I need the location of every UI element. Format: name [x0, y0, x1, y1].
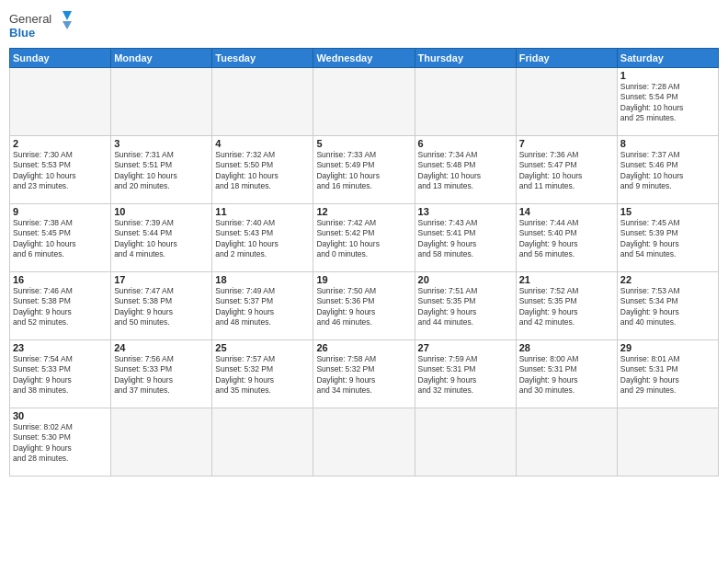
day-number: 29 [620, 342, 715, 353]
day-info: Sunrise: 7:34 AM Sunset: 5:48 PM Dayligh… [418, 150, 513, 192]
day-number: 18 [215, 274, 310, 285]
svg-marker-2 [63, 11, 72, 20]
calendar-cell: 16Sunrise: 7:46 AM Sunset: 5:38 PM Dayli… [10, 272, 111, 340]
day-info: Sunrise: 7:56 AM Sunset: 5:33 PM Dayligh… [114, 354, 209, 396]
header: General Blue [9, 9, 719, 42]
calendar-cell: 25Sunrise: 7:57 AM Sunset: 5:32 PM Dayli… [212, 340, 313, 408]
calendar-cell: 2Sunrise: 7:30 AM Sunset: 5:53 PM Daylig… [10, 136, 111, 204]
day-number: 22 [620, 274, 715, 285]
day-number: 26 [316, 342, 411, 353]
day-info: Sunrise: 7:58 AM Sunset: 5:32 PM Dayligh… [316, 354, 411, 396]
calendar-cell: 18Sunrise: 7:49 AM Sunset: 5:37 PM Dayli… [212, 272, 313, 340]
calendar-cell [313, 68, 415, 136]
calendar-cell: 6Sunrise: 7:34 AM Sunset: 5:48 PM Daylig… [415, 136, 516, 204]
calendar-cell: 22Sunrise: 7:53 AM Sunset: 5:34 PM Dayli… [617, 272, 718, 340]
day-number: 13 [418, 206, 513, 217]
day-number: 10 [114, 206, 209, 217]
calendar-cell [313, 408, 415, 477]
calendar-cell: 11Sunrise: 7:40 AM Sunset: 5:43 PM Dayli… [212, 204, 313, 272]
day-info: Sunrise: 7:57 AM Sunset: 5:32 PM Dayligh… [215, 354, 310, 396]
calendar-cell: 4Sunrise: 7:32 AM Sunset: 5:50 PM Daylig… [212, 136, 313, 204]
logo-svg: General Blue [9, 9, 74, 42]
day-info: Sunrise: 7:45 AM Sunset: 5:39 PM Dayligh… [620, 218, 715, 260]
day-number: 2 [13, 138, 108, 149]
calendar-cell [516, 68, 617, 136]
weekday-header: Wednesday [313, 49, 415, 68]
calendar-cell [415, 408, 516, 477]
weekday-header: Thursday [415, 49, 516, 68]
calendar-week-row: 2Sunrise: 7:30 AM Sunset: 5:53 PM Daylig… [10, 136, 719, 204]
day-number: 5 [316, 138, 411, 149]
svg-text:General: General [9, 12, 51, 26]
day-info: Sunrise: 7:36 AM Sunset: 5:47 PM Dayligh… [519, 150, 614, 192]
day-info: Sunrise: 7:38 AM Sunset: 5:45 PM Dayligh… [13, 218, 108, 260]
calendar-cell: 13Sunrise: 7:43 AM Sunset: 5:41 PM Dayli… [415, 204, 516, 272]
day-info: Sunrise: 7:50 AM Sunset: 5:36 PM Dayligh… [316, 286, 411, 328]
logo: General Blue [9, 9, 74, 42]
calendar-week-row: 23Sunrise: 7:54 AM Sunset: 5:33 PM Dayli… [10, 340, 719, 408]
weekday-header: Monday [111, 49, 212, 68]
day-info: Sunrise: 7:30 AM Sunset: 5:53 PM Dayligh… [13, 150, 108, 192]
calendar-cell [111, 408, 212, 477]
day-number: 3 [114, 138, 209, 149]
calendar: SundayMondayTuesdayWednesdayThursdayFrid… [9, 48, 719, 477]
day-info: Sunrise: 7:49 AM Sunset: 5:37 PM Dayligh… [215, 286, 310, 328]
day-info: Sunrise: 7:54 AM Sunset: 5:33 PM Dayligh… [13, 354, 108, 396]
day-info: Sunrise: 7:51 AM Sunset: 5:35 PM Dayligh… [418, 286, 513, 328]
calendar-cell: 3Sunrise: 7:31 AM Sunset: 5:51 PM Daylig… [111, 136, 212, 204]
day-info: Sunrise: 7:37 AM Sunset: 5:46 PM Dayligh… [620, 150, 715, 192]
day-number: 1 [620, 70, 715, 81]
day-number: 8 [620, 138, 715, 149]
calendar-cell: 23Sunrise: 7:54 AM Sunset: 5:33 PM Dayli… [10, 340, 111, 408]
page: General Blue SundayMondayTuesdayWednesda… [0, 0, 728, 563]
day-info: Sunrise: 7:42 AM Sunset: 5:42 PM Dayligh… [316, 218, 411, 260]
day-number: 16 [13, 274, 108, 285]
calendar-cell: 5Sunrise: 7:33 AM Sunset: 5:49 PM Daylig… [313, 136, 415, 204]
day-number: 15 [620, 206, 715, 217]
calendar-cell: 19Sunrise: 7:50 AM Sunset: 5:36 PM Dayli… [313, 272, 415, 340]
day-info: Sunrise: 7:28 AM Sunset: 5:54 PM Dayligh… [620, 82, 715, 124]
calendar-cell [111, 68, 212, 136]
weekday-header: Friday [516, 49, 617, 68]
calendar-cell [415, 68, 516, 136]
day-number: 21 [519, 274, 614, 285]
calendar-cell: 7Sunrise: 7:36 AM Sunset: 5:47 PM Daylig… [516, 136, 617, 204]
day-info: Sunrise: 7:31 AM Sunset: 5:51 PM Dayligh… [114, 150, 209, 192]
calendar-cell: 21Sunrise: 7:52 AM Sunset: 5:35 PM Dayli… [516, 272, 617, 340]
day-info: Sunrise: 7:52 AM Sunset: 5:35 PM Dayligh… [519, 286, 614, 328]
weekday-header: Saturday [617, 49, 718, 68]
calendar-cell [212, 68, 313, 136]
calendar-cell [617, 408, 718, 477]
day-number: 9 [13, 206, 108, 217]
day-number: 11 [215, 206, 310, 217]
day-info: Sunrise: 7:59 AM Sunset: 5:31 PM Dayligh… [418, 354, 513, 396]
day-info: Sunrise: 7:47 AM Sunset: 5:38 PM Dayligh… [114, 286, 209, 328]
calendar-week-row: 30Sunrise: 8:02 AM Sunset: 5:30 PM Dayli… [10, 408, 719, 477]
day-info: Sunrise: 7:40 AM Sunset: 5:43 PM Dayligh… [215, 218, 310, 260]
day-info: Sunrise: 7:39 AM Sunset: 5:44 PM Dayligh… [114, 218, 209, 260]
calendar-cell: 30Sunrise: 8:02 AM Sunset: 5:30 PM Dayli… [10, 408, 111, 477]
day-info: Sunrise: 7:32 AM Sunset: 5:50 PM Dayligh… [215, 150, 310, 192]
day-number: 14 [519, 206, 614, 217]
calendar-cell: 15Sunrise: 7:45 AM Sunset: 5:39 PM Dayli… [617, 204, 718, 272]
day-info: Sunrise: 7:53 AM Sunset: 5:34 PM Dayligh… [620, 286, 715, 328]
calendar-cell: 28Sunrise: 8:00 AM Sunset: 5:31 PM Dayli… [516, 340, 617, 408]
day-number: 27 [418, 342, 513, 353]
day-number: 28 [519, 342, 614, 353]
day-number: 4 [215, 138, 310, 149]
day-info: Sunrise: 8:01 AM Sunset: 5:31 PM Dayligh… [620, 354, 715, 396]
day-number: 6 [418, 138, 513, 149]
calendar-cell: 1Sunrise: 7:28 AM Sunset: 5:54 PM Daylig… [617, 68, 718, 136]
day-info: Sunrise: 8:02 AM Sunset: 5:30 PM Dayligh… [13, 422, 108, 465]
day-info: Sunrise: 7:33 AM Sunset: 5:49 PM Dayligh… [316, 150, 411, 192]
calendar-cell: 27Sunrise: 7:59 AM Sunset: 5:31 PM Dayli… [415, 340, 516, 408]
calendar-cell: 24Sunrise: 7:56 AM Sunset: 5:33 PM Dayli… [111, 340, 212, 408]
calendar-cell [212, 408, 313, 477]
day-info: Sunrise: 8:00 AM Sunset: 5:31 PM Dayligh… [519, 354, 614, 396]
day-info: Sunrise: 7:43 AM Sunset: 5:41 PM Dayligh… [418, 218, 513, 260]
day-number: 23 [13, 342, 108, 353]
svg-text:Blue: Blue [9, 26, 35, 40]
calendar-cell: 12Sunrise: 7:42 AM Sunset: 5:42 PM Dayli… [313, 204, 415, 272]
calendar-cell: 9Sunrise: 7:38 AM Sunset: 5:45 PM Daylig… [10, 204, 111, 272]
day-number: 24 [114, 342, 209, 353]
